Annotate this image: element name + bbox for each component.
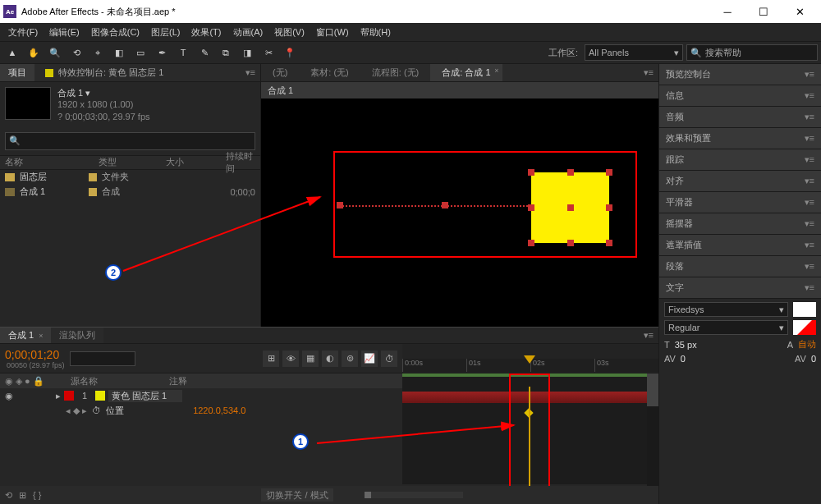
panel-smoother[interactable]: 平滑器▾≡ (659, 192, 821, 213)
current-time[interactable]: 0;00;01;20 (5, 348, 65, 361)
menu-composition[interactable]: 图像合成(C) (86, 25, 144, 40)
shy-icon[interactable]: 👁 (282, 351, 299, 367)
font-family-dropdown[interactable]: Fixedsys▾ (664, 302, 788, 317)
project-row-folder[interactable]: 固态层 文件夹 (0, 170, 260, 185)
camera-tool-icon[interactable]: ⌖ (89, 44, 107, 62)
layer-duration-bar[interactable] (402, 392, 658, 403)
zoom-tool-icon[interactable]: 🔍 (46, 44, 64, 62)
panel-menu-icon[interactable]: ▾≡ (241, 67, 260, 78)
menu-view[interactable]: 视图(V) (269, 25, 310, 40)
anchor-handle[interactable] (567, 204, 574, 211)
minimize-button[interactable]: ─ (709, 0, 745, 23)
edge-handle[interactable] (528, 204, 534, 211)
rect-tool-icon[interactable]: ▭ (131, 44, 149, 62)
frame-blend-icon[interactable]: ▦ (302, 351, 319, 367)
brain-icon[interactable]: ⊚ (342, 351, 358, 367)
roto-tool-icon[interactable]: ✂ (259, 44, 277, 62)
stopwatch-icon[interactable]: ⏱ (92, 405, 101, 415)
menu-window[interactable]: 窗口(W) (311, 25, 354, 40)
tab-none[interactable]: (无) (261, 64, 299, 81)
path-handle[interactable] (337, 202, 343, 208)
timeline-tab-render[interactable]: 渲染队列 (51, 328, 103, 343)
close-icon[interactable]: × (494, 66, 498, 75)
solid-layer[interactable] (531, 172, 609, 243)
help-search-input[interactable]: 🔍 搜索帮助 (686, 44, 818, 61)
edge-handle[interactable] (606, 204, 612, 211)
pan-behind-tool-icon[interactable]: ◧ (110, 44, 128, 62)
panel-paragraph[interactable]: 段落▾≡ (659, 256, 821, 277)
menu-edit[interactable]: 编辑(E) (44, 25, 85, 40)
hand-tool-icon[interactable]: ✋ (25, 44, 43, 62)
timeline-ruler-area[interactable]: 0:00s 01s 02s 03s (402, 344, 658, 373)
expand-icon[interactable]: { } (33, 490, 41, 500)
puppet-tool-icon[interactable]: 📍 (281, 44, 299, 62)
toggle-modes-icon[interactable]: ⊞ (19, 490, 26, 501)
panel-wiggler[interactable]: 摇摆器▾≡ (659, 213, 821, 235)
edge-handle[interactable] (567, 240, 574, 246)
font-style-dropdown[interactable]: Regular▾ (664, 320, 788, 335)
panel-preview[interactable]: 预览控制台▾≡ (659, 64, 821, 85)
stroke-swatch[interactable] (793, 320, 816, 335)
path-handle[interactable] (442, 202, 448, 208)
leading-value[interactable]: 自动 (798, 338, 816, 351)
menu-animation[interactable]: 动画(A) (228, 25, 268, 40)
visibility-icon[interactable]: ◉ (5, 391, 16, 401)
panel-align[interactable]: 对齐▾≡ (659, 171, 821, 192)
tab-flowchart[interactable]: 流程图: (无) (360, 64, 430, 81)
corner-handle[interactable] (528, 169, 534, 176)
zoom-slider[interactable] (365, 492, 463, 498)
stopwatch-icon[interactable]: ⏱ (381, 351, 397, 367)
fill-swatch[interactable] (793, 302, 816, 317)
workspace-dropdown[interactable]: All Panels▾ (585, 44, 683, 61)
menu-effect[interactable]: 效果(T) (186, 25, 226, 40)
close-button[interactable]: ✕ (782, 0, 818, 23)
timeline-scrollbar[interactable] (647, 373, 658, 486)
motion-blur-icon[interactable]: ◐ (322, 351, 338, 367)
comp-mini-icon[interactable]: ⊞ (263, 351, 279, 367)
maximize-button[interactable]: ☐ (745, 0, 782, 23)
menu-help[interactable]: 帮助(H) (355, 25, 396, 40)
tracking-value[interactable]: 0 (811, 354, 816, 364)
timeline-track-area[interactable] (402, 373, 658, 484)
font-size-value[interactable]: 35 px (675, 340, 697, 350)
clone-tool-icon[interactable]: ⧉ (217, 44, 235, 62)
corner-handle[interactable] (606, 169, 612, 176)
brush-tool-icon[interactable]: ✎ (195, 44, 213, 62)
tab-effect-controls[interactable]: 特效控制台: 黄色 固态层 1 (34, 64, 172, 81)
comp-thumbnail[interactable] (5, 87, 51, 120)
kerning-value[interactable]: 0 (681, 354, 686, 364)
rotate-tool-icon[interactable]: ⟲ (67, 44, 85, 62)
type-tool-icon[interactable]: T (174, 44, 192, 62)
panel-effects-presets[interactable]: 效果和预置▾≡ (659, 128, 821, 149)
pen-tool-icon[interactable]: ✒ (153, 44, 171, 62)
project-row-comp[interactable]: 合成 1 合成 0;00;0 (0, 185, 260, 199)
menu-file[interactable]: 文件(F) (3, 25, 43, 40)
panel-character[interactable]: 文字▾≡ (659, 277, 821, 299)
menu-layer[interactable]: 图层(L) (146, 25, 185, 40)
eraser-tool-icon[interactable]: ◨ (238, 44, 256, 62)
tab-composition[interactable]: 合成: 合成 1× (430, 64, 502, 81)
panel-menu-icon[interactable]: ▾≡ (639, 330, 658, 341)
layer-color-swatch[interactable] (64, 391, 74, 401)
layer-name[interactable]: 黄色 固态层 1 (108, 390, 182, 402)
tab-footage[interactable]: 素材: (无) (299, 64, 360, 81)
toggle-switches-icon[interactable]: ⟲ (5, 490, 12, 501)
property-value[interactable]: 1220.0,534.0 (193, 405, 245, 415)
panel-menu-icon[interactable]: ▾≡ (639, 67, 658, 78)
keyframe-nav-icon[interactable]: ◂ ◆ ▸ (66, 405, 87, 416)
work-area-bar[interactable] (402, 373, 658, 377)
panel-mask-interp[interactable]: 遮罩插值▾≡ (659, 235, 821, 256)
graph-icon[interactable]: 📈 (361, 351, 378, 367)
edge-handle[interactable] (567, 169, 574, 176)
panel-tracker[interactable]: 跟踪▾≡ (659, 149, 821, 171)
project-search-input[interactable]: 🔍 (5, 132, 255, 150)
corner-handle[interactable] (606, 240, 612, 246)
selection-tool-icon[interactable]: ▲ (3, 44, 21, 62)
tab-project[interactable]: 项目 (0, 64, 34, 81)
timeline-tab-comp[interactable]: 合成 1× (0, 328, 51, 343)
panel-audio[interactable]: 音频▾≡ (659, 107, 821, 128)
timeline-search-input[interactable] (70, 351, 135, 366)
scrollbar-thumb[interactable] (647, 373, 658, 406)
corner-handle[interactable] (528, 240, 534, 246)
panel-info[interactable]: 信息▾≡ (659, 85, 821, 107)
